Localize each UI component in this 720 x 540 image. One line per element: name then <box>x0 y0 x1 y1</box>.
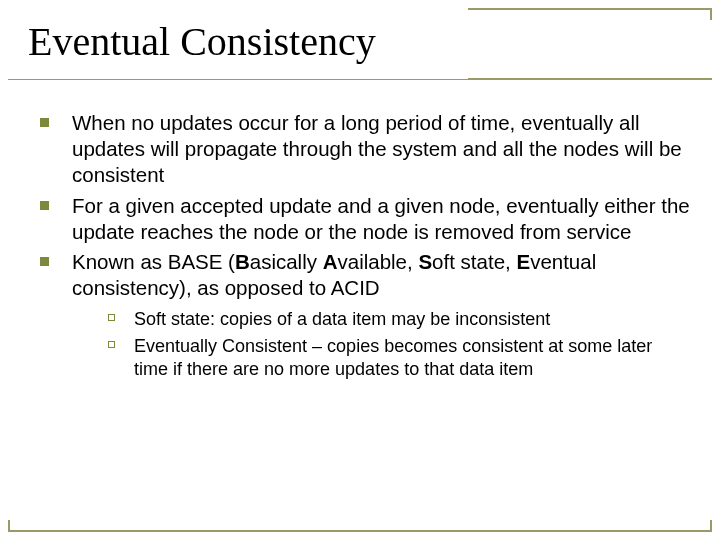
sub-bullet-list: Soft state: copies of a data item may be… <box>100 308 690 381</box>
bullet-item: When no updates occur for a long period … <box>36 110 690 189</box>
bullet-text: When no updates occur for a long period … <box>72 111 682 186</box>
bullet-text: For a given accepted update and a given … <box>72 194 690 243</box>
sub-bullet-text: Soft state: copies of a data item may be… <box>134 309 550 329</box>
sub-bullet-text: Eventually Consistent – copies becomes c… <box>134 336 652 379</box>
sub-bullet-item: Soft state: copies of a data item may be… <box>100 308 690 331</box>
bullet-text: Known as BASE (Basically Available, Soft… <box>72 250 596 299</box>
bullet-list: When no updates occur for a long period … <box>36 110 690 381</box>
sub-bullet-item: Eventually Consistent – copies becomes c… <box>100 335 690 381</box>
bullet-item: Known as BASE (Basically Available, Soft… <box>36 249 690 381</box>
slide-title: Eventual Consistency <box>0 0 468 79</box>
frame-bottom-border <box>8 520 712 532</box>
slide: Eventual Consistency When no updates occ… <box>0 0 720 540</box>
bullet-item: For a given accepted update and a given … <box>36 193 690 245</box>
sub-bullet-wrap: Soft state: copies of a data item may be… <box>72 308 690 381</box>
slide-body: When no updates occur for a long period … <box>36 110 690 385</box>
